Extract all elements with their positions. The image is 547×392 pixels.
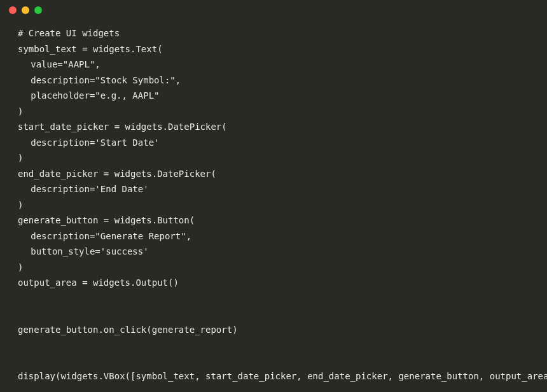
code-line: description='Start Date' (18, 135, 529, 151)
close-icon[interactable] (9, 6, 17, 14)
code-line: generate_button = widgets.Button( (18, 213, 529, 228)
code-line: # Create UI widgets (18, 25, 529, 41)
code-line: description="Generate Report", (18, 228, 529, 244)
code-line: ) (18, 150, 529, 166)
code-window: # Create UI widgetssymbol_text = widgets… (0, 0, 547, 392)
code-line: value="AAPL", (18, 57, 529, 73)
minimize-icon[interactable] (22, 6, 29, 14)
code-line: symbol_text = widgets.Text( (18, 41, 529, 57)
code-line (18, 353, 529, 369)
code-line (18, 337, 529, 353)
code-line (18, 291, 529, 307)
code-line: end_date_picker = widgets.DatePicker( (18, 166, 529, 182)
code-editor[interactable]: # Create UI widgetssymbol_text = widgets… (0, 20, 547, 392)
code-line: description='End Date' (18, 181, 529, 197)
code-line: display(widgets.VBox([symbol_text, start… (18, 368, 529, 384)
code-line (18, 306, 529, 322)
code-line: output_area = widgets.Output() (18, 275, 529, 291)
code-line: button_style='success' (18, 244, 529, 260)
code-line: placeholder="e.g., AAPL" (18, 88, 529, 104)
code-line: ) (18, 104, 529, 120)
zoom-icon[interactable] (34, 6, 42, 14)
code-line: generate_button.on_click(generate_report… (18, 322, 529, 338)
code-line: ) (18, 260, 529, 276)
code-line: ) (18, 197, 529, 213)
titlebar (0, 0, 547, 20)
code-line: description="Stock Symbol:", (18, 73, 529, 88)
code-line: start_date_picker = widgets.DatePicker( (18, 119, 529, 135)
